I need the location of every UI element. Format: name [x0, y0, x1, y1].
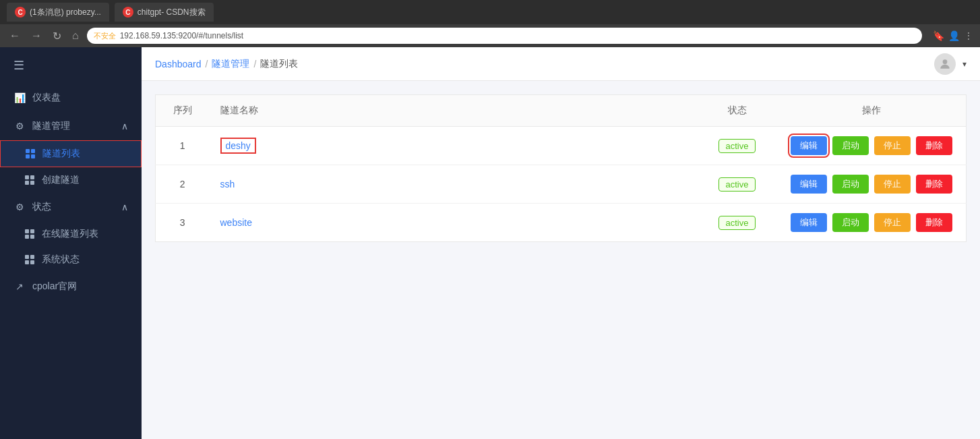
- edit-button-3[interactable]: 编辑: [791, 213, 827, 232]
- status-badge-2: active: [718, 177, 756, 192]
- dashboard-icon: 📊: [13, 92, 26, 104]
- start-button-1[interactable]: 启动: [832, 136, 869, 155]
- table-row: 2 ssh active 编辑 启动 停止 删除: [156, 165, 967, 204]
- browser-chrome: C (1条消息) probezy... C chitgpt- CSDN搜索 ← …: [0, 0, 980, 47]
- delete-button-3[interactable]: 删除: [916, 213, 952, 232]
- row-2-name: ssh: [210, 165, 697, 204]
- svg-rect-10: [25, 235, 29, 239]
- start-button-2[interactable]: 启动: [832, 175, 869, 194]
- breadcrumb: Dashboard / 隧道管理 / 隧道列表: [155, 58, 298, 70]
- avatar[interactable]: [934, 53, 956, 75]
- tunnel-name-ssh[interactable]: ssh: [220, 179, 235, 189]
- col-header-status: 状态: [697, 95, 778, 127]
- browser-action-buttons: 🔖 👤 ⋮: [933, 30, 973, 41]
- browser-titlebar: C (1条消息) probezy... C chitgpt- CSDN搜索: [0, 0, 980, 24]
- table-row: 1 deshy active 编辑 启动 停止 删除: [156, 127, 967, 165]
- svg-rect-4: [25, 175, 29, 179]
- sidebar-group-status[interactable]: ⚙ 状态 ∧: [0, 193, 142, 221]
- header-right: ▾: [934, 53, 967, 75]
- sidebar-label-create-tunnel: 创建隧道: [42, 174, 80, 186]
- tab-label-2: chitgpt- CSDN搜索: [137, 7, 206, 18]
- sidebar-item-dashboard[interactable]: 📊 仪表盘: [0, 84, 142, 112]
- start-button-3[interactable]: 启动: [832, 213, 869, 232]
- sidebar-label-cpolar: cpolar官网: [32, 281, 77, 293]
- reload-button[interactable]: ↻: [50, 28, 64, 44]
- col-header-name: 隧道名称: [210, 95, 697, 127]
- address-url: 192.168.59.135:9200/#/tunnels/list: [120, 31, 243, 40]
- menu-button[interactable]: ⋮: [964, 30, 973, 41]
- row-3-status: active: [697, 204, 778, 242]
- sidebar-item-tunnel-list[interactable]: 隧道列表: [0, 140, 142, 167]
- svg-rect-13: [30, 255, 34, 259]
- sidebar-group-tunnel-mgmt[interactable]: ⚙ 隧道管理 ∧: [0, 112, 142, 140]
- sidebar-label-status: 状态: [32, 201, 51, 213]
- col-header-index: 序列: [156, 95, 210, 127]
- tab-label-1: (1条消息) probezy...: [30, 7, 101, 18]
- online-tunnels-icon: [24, 229, 35, 239]
- svg-rect-9: [30, 229, 34, 233]
- tunnel-name-website[interactable]: website: [220, 217, 252, 228]
- delete-button-2[interactable]: 删除: [916, 175, 952, 194]
- profile-button[interactable]: 👤: [948, 30, 960, 41]
- col-header-actions: 操作: [778, 95, 967, 127]
- row-3-actions: 编辑 启动 停止 删除: [778, 204, 967, 242]
- address-bar[interactable]: 不安全 192.168.59.135:9200/#/tunnels/list: [87, 28, 922, 44]
- create-tunnel-icon: [24, 175, 35, 185]
- tunnel-name-deshy[interactable]: deshy: [220, 138, 256, 154]
- tunnel-mgmt-icon: ⚙: [13, 120, 26, 132]
- main-area: Dashboard / 隧道管理 / 隧道列表 ▾ 序列 隧道名称: [142, 47, 980, 439]
- avatar-chevron-icon[interactable]: ▾: [962, 59, 967, 69]
- tab-favicon-2: C: [123, 7, 133, 18]
- browser-tab-1[interactable]: C (1条消息) probezy...: [7, 3, 109, 22]
- sidebar-item-cpolar[interactable]: ↗ cpolar官网: [0, 272, 142, 301]
- bookmark-button[interactable]: 🔖: [933, 30, 944, 41]
- status-badge-1: active: [718, 139, 756, 153]
- stop-button-3[interactable]: 停止: [874, 213, 911, 232]
- breadcrumb-sep-1: /: [206, 59, 208, 69]
- stop-button-2[interactable]: 停止: [874, 175, 911, 194]
- sidebar: ☰ 📊 仪表盘 ⚙ 隧道管理 ∧ 隧道列表: [0, 47, 142, 439]
- sidebar-label-system-status: 系统状态: [42, 254, 80, 266]
- svg-rect-7: [30, 181, 34, 185]
- sidebar-item-system-status[interactable]: 系统状态: [0, 247, 142, 272]
- row-3-index: 3: [156, 204, 210, 242]
- main-header: Dashboard / 隧道管理 / 隧道列表 ▾: [142, 47, 980, 81]
- sidebar-label-dashboard: 仪表盘: [32, 92, 61, 104]
- sidebar-label-online-tunnels: 在线隧道列表: [42, 228, 98, 240]
- sidebar-item-online-tunnels[interactable]: 在线隧道列表: [0, 221, 142, 247]
- status-group-icon: ⚙: [13, 201, 26, 213]
- row-3-name: website: [210, 204, 697, 242]
- app-container: ☰ 📊 仪表盘 ⚙ 隧道管理 ∧ 隧道列表: [0, 47, 980, 439]
- edit-button-2[interactable]: 编辑: [791, 175, 827, 194]
- home-button[interactable]: ⌂: [69, 28, 82, 43]
- svg-rect-5: [30, 175, 34, 179]
- svg-rect-11: [30, 235, 34, 239]
- tunnel-table: 序列 隧道名称 状态 操作 1 deshy active: [155, 94, 967, 242]
- external-link-icon: ↗: [13, 281, 26, 293]
- svg-rect-6: [25, 181, 29, 185]
- delete-button-1[interactable]: 删除: [916, 136, 952, 155]
- row-1-index: 1: [156, 127, 210, 165]
- browser-addressbar: ← → ↻ ⌂ 不安全 192.168.59.135:9200/#/tunnel…: [0, 24, 980, 47]
- stop-button-1[interactable]: 停止: [874, 136, 911, 155]
- security-warning: 不安全: [94, 31, 116, 41]
- main-content: 序列 隧道名称 状态 操作 1 deshy active: [142, 81, 980, 439]
- system-status-icon: [24, 254, 35, 265]
- sidebar-toggle[interactable]: ☰: [0, 47, 142, 84]
- svg-point-16: [943, 59, 948, 64]
- breadcrumb-sep-2: /: [253, 59, 256, 69]
- table-row: 3 website active 编辑 启动 停止 删除: [156, 204, 967, 242]
- breadcrumb-current: 隧道列表: [260, 58, 298, 70]
- sidebar-item-create-tunnel[interactable]: 创建隧道: [0, 167, 142, 193]
- svg-rect-1: [31, 149, 35, 153]
- sidebar-label-tunnel-mgmt: 隧道管理: [32, 120, 70, 132]
- back-button[interactable]: ←: [7, 28, 23, 43]
- breadcrumb-dashboard[interactable]: Dashboard: [155, 59, 202, 69]
- row-2-index: 2: [156, 165, 210, 204]
- forward-button[interactable]: →: [28, 28, 44, 43]
- breadcrumb-tunnel-mgmt[interactable]: 隧道管理: [212, 58, 249, 70]
- edit-button-1[interactable]: 编辑: [791, 136, 827, 155]
- tab-favicon-1: C: [15, 7, 26, 18]
- svg-rect-8: [25, 229, 29, 233]
- browser-tab-2[interactable]: C chitgpt- CSDN搜索: [115, 3, 214, 22]
